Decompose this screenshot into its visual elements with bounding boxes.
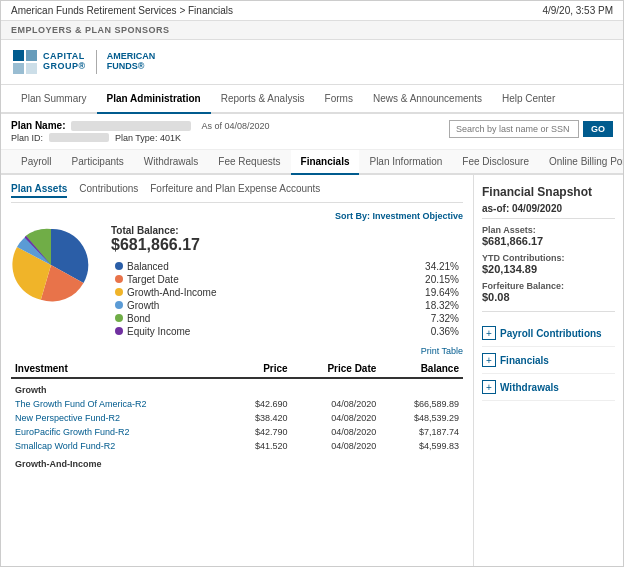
asset-tab-plan-assets[interactable]: Plan Assets bbox=[11, 183, 67, 198]
asset-tabs: Plan Assets Contributions Forfeiture and… bbox=[11, 183, 463, 203]
inv-obj-value: 34.21% bbox=[366, 260, 463, 273]
inv-obj-row: Bond7.32% bbox=[111, 312, 463, 325]
logo-capital-group: CAPITAL GROUP® bbox=[11, 48, 86, 76]
svg-rect-2 bbox=[26, 50, 37, 61]
inv-obj-label: Equity Income bbox=[111, 325, 366, 338]
inv-obj-value: 18.32% bbox=[366, 299, 463, 312]
inv-obj-label: Bond bbox=[111, 312, 366, 325]
plan-type: Plan Type: 401K bbox=[115, 133, 181, 143]
snapshot-ytd-label: YTD Contributions: bbox=[482, 253, 615, 263]
snapshot-forfeiture: Forfeiture Balance: $0.08 bbox=[482, 281, 615, 303]
investment-table: Total Balance: $681,866.17 Balanced34.21… bbox=[111, 225, 463, 338]
inv-obj-row: Growth-And-Income19.64% bbox=[111, 286, 463, 299]
col-balance: Balance bbox=[380, 360, 463, 378]
sort-bar: Sort By: Investment Objective bbox=[11, 211, 463, 221]
table-section-header: Growth-And-Income bbox=[11, 453, 463, 471]
nav-plan-administration[interactable]: Plan Administration bbox=[97, 85, 211, 114]
inv-obj-row: Equity Income0.36% bbox=[111, 325, 463, 338]
row-investment-name: The Growth Fund Of America-R2 bbox=[11, 397, 228, 411]
snapshot-plan-assets-label: Plan Assets: bbox=[482, 225, 615, 235]
plan-name-value bbox=[71, 121, 191, 131]
snapshot-ytd-contributions: YTD Contributions: $20,134.89 bbox=[482, 253, 615, 275]
svg-rect-3 bbox=[13, 63, 24, 74]
top-bar: American Funds Retirement Services > Fin… bbox=[1, 1, 623, 21]
nav-reports-analysis[interactable]: Reports & Analysis bbox=[211, 85, 315, 114]
total-balance-label: Total Balance: bbox=[111, 225, 463, 236]
col-price-date: Price Date bbox=[292, 360, 381, 378]
col-price: Price bbox=[228, 360, 291, 378]
asset-tab-contributions[interactable]: Contributions bbox=[79, 183, 138, 198]
capital-group-icon bbox=[11, 48, 39, 76]
snapshot-link-financials-label: Financials bbox=[500, 355, 549, 366]
logo-area: CAPITAL GROUP® AMERICAN FUNDS® bbox=[1, 40, 623, 85]
inv-obj-value: 7.32% bbox=[366, 312, 463, 325]
snapshot-plan-assets-value: $681,866.17 bbox=[482, 235, 615, 247]
go-button[interactable]: GO bbox=[583, 121, 613, 137]
funds-text: FUNDS® bbox=[107, 62, 156, 72]
inv-obj-value: 20.15% bbox=[366, 273, 463, 286]
print-table-link[interactable]: Print Table bbox=[11, 346, 463, 356]
snapshot-link-payroll-label: Payroll Contributions bbox=[500, 328, 602, 339]
logo-divider bbox=[96, 50, 97, 74]
snapshot-link-withdrawals[interactable]: + Withdrawals bbox=[482, 374, 615, 401]
svg-rect-4 bbox=[26, 63, 37, 74]
main-nav: Plan Summary Plan Administration Reports… bbox=[1, 85, 623, 114]
plan-header-right: GO bbox=[449, 120, 613, 138]
row-price: $42.690 bbox=[228, 397, 291, 411]
plan-header: Plan Name: As of 04/08/2020 Plan ID: Pla… bbox=[1, 114, 623, 150]
tab-financials[interactable]: Financials bbox=[291, 150, 360, 175]
row-investment-name: New Perspective Fund-R2 bbox=[11, 411, 228, 425]
snapshot-ytd-value: $20,134.89 bbox=[482, 263, 615, 275]
plan-id-value bbox=[49, 133, 109, 142]
tab-withdrawals[interactable]: Withdrawals bbox=[134, 150, 208, 175]
nav-news-announcements[interactable]: News & Announcements bbox=[363, 85, 492, 114]
tab-online-billing[interactable]: Online Billing Portal bbox=[539, 150, 624, 175]
tab-payroll[interactable]: Payroll bbox=[11, 150, 62, 175]
inv-obj-label: Balanced bbox=[111, 260, 366, 273]
investment-objective-table: Balanced34.21%Target Date20.15%Growth-An… bbox=[111, 260, 463, 338]
asset-tab-forfeiture[interactable]: Forfeiture and Plan Expense Accounts bbox=[150, 183, 320, 198]
table-row: EuroPacific Growth Fund-R2$42.79004/08/2… bbox=[11, 425, 463, 439]
table-row: Smallcap World Fund-R2$41.52004/08/2020$… bbox=[11, 439, 463, 453]
employers-bar: EMPLOYERS & PLAN SPONSORS bbox=[1, 21, 623, 40]
row-price-date: 04/08/2020 bbox=[292, 439, 381, 453]
tab-plan-information[interactable]: Plan Information bbox=[359, 150, 452, 175]
logo-american-funds: AMERICAN FUNDS® bbox=[107, 52, 156, 72]
row-balance: $66,589.89 bbox=[380, 397, 463, 411]
row-price: $38.420 bbox=[228, 411, 291, 425]
snapshot-title: Financial Snapshot bbox=[482, 185, 615, 199]
snapshot-divider bbox=[482, 311, 615, 312]
nav-forms[interactable]: Forms bbox=[315, 85, 363, 114]
total-balance-section: Total Balance: $681,866.17 bbox=[111, 225, 463, 254]
nav-plan-summary[interactable]: Plan Summary bbox=[11, 85, 97, 114]
investment-data-table: Investment Price Price Date Balance Grow… bbox=[11, 360, 463, 471]
row-investment-name: EuroPacific Growth Fund-R2 bbox=[11, 425, 228, 439]
snapshot-forfeiture-label: Forfeiture Balance: bbox=[482, 281, 615, 291]
plus-icon-payroll: + bbox=[482, 326, 496, 340]
snapshot-asof: as-of: 04/09/2020 bbox=[482, 203, 615, 219]
plus-icon-withdrawals: + bbox=[482, 380, 496, 394]
main-content: Plan Assets Contributions Forfeiture and… bbox=[1, 175, 473, 566]
breadcrumb: American Funds Retirement Services > Fin… bbox=[11, 5, 233, 16]
table-section-header: Growth bbox=[11, 378, 463, 397]
search-input[interactable] bbox=[449, 120, 579, 138]
inv-obj-value: 19.64% bbox=[366, 286, 463, 299]
row-price-date: 04/08/2020 bbox=[292, 425, 381, 439]
row-investment-name: Smallcap World Fund-R2 bbox=[11, 439, 228, 453]
plan-asof: As of 04/08/2020 bbox=[201, 121, 269, 131]
tab-participants[interactable]: Participants bbox=[62, 150, 134, 175]
inv-obj-row: Balanced34.21% bbox=[111, 260, 463, 273]
employers-label: EMPLOYERS & PLAN SPONSORS bbox=[11, 25, 170, 35]
nav-help-center[interactable]: Help Center bbox=[492, 85, 565, 114]
snapshot-link-payroll[interactable]: + Payroll Contributions bbox=[482, 320, 615, 347]
sort-prefix: Sort By: bbox=[335, 211, 370, 221]
row-price-date: 04/08/2020 bbox=[292, 397, 381, 411]
plan-header-left: Plan Name: As of 04/08/2020 Plan ID: Pla… bbox=[11, 120, 270, 143]
tab-fee-requests[interactable]: Fee Requests bbox=[208, 150, 290, 175]
snapshot-link-financials[interactable]: + Financials bbox=[482, 347, 615, 374]
plus-icon-financials: + bbox=[482, 353, 496, 367]
sort-value[interactable]: Investment Objective bbox=[372, 211, 463, 221]
tab-fee-disclosure[interactable]: Fee Disclosure bbox=[452, 150, 539, 175]
row-balance: $4,599.83 bbox=[380, 439, 463, 453]
inv-obj-label: Target Date bbox=[111, 273, 366, 286]
